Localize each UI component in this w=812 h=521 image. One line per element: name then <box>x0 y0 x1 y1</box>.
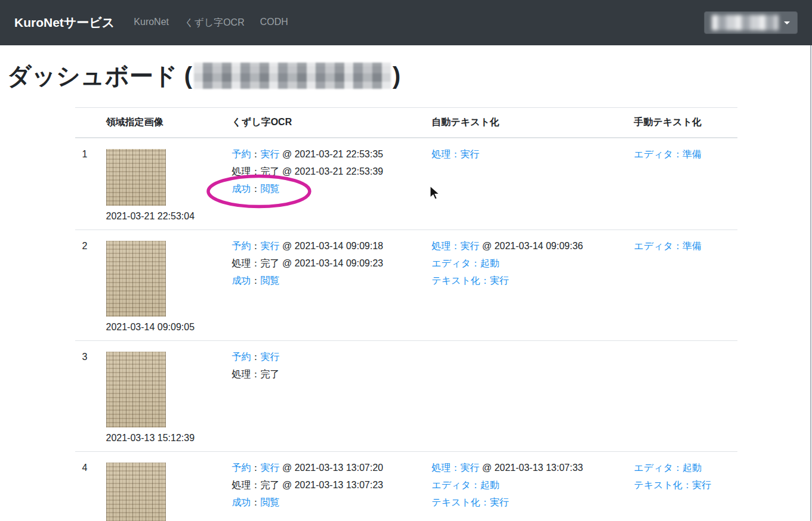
document-thumbnail[interactable] <box>106 463 166 521</box>
table-row: 22021-03-14 09:09:05予約：実行 @ 2021-03-14 0… <box>75 230 737 341</box>
image-timestamp: 2021-03-13 15:12:39 <box>106 432 218 444</box>
status-line: 処理：実行 <box>432 145 620 163</box>
status-text: ： <box>251 275 261 286</box>
ocr-success-link[interactable]: 成功 <box>232 497 251 507</box>
auto-textify-cell: 処理：実行 @ 2021-03-14 09:09:36エディタ：起動テキスト化：… <box>425 230 627 341</box>
region-image-cell: 2021-03-21 22:53:04 <box>99 138 225 230</box>
ocr-view-link[interactable]: 閲覧 <box>261 184 280 194</box>
ocr-success-link[interactable]: 成功 <box>232 275 251 286</box>
editor-launch-link[interactable]: エディタ：起動 <box>634 463 702 473</box>
ocr-view-link[interactable]: 閲覧 <box>261 497 280 507</box>
status-text: ： <box>251 352 261 362</box>
auto-textify-cell: 処理：実行 <box>425 138 627 230</box>
auto-textify-cell <box>425 341 627 452</box>
ocr-reserve-link[interactable]: 予約 <box>232 352 251 362</box>
document-thumbnail[interactable] <box>106 149 166 206</box>
table-row: 32021-03-13 15:12:39予約：実行処理：完了 <box>75 341 737 452</box>
status-line: 処理：完了 @ 2021-03-21 22:53:39 <box>232 163 418 180</box>
editor-prepare-link[interactable]: エディタ：準備 <box>634 241 702 251</box>
status-line: 処理：完了 <box>232 365 418 383</box>
status-line: エディタ：起動 <box>432 255 620 272</box>
status-text: ： <box>251 184 261 194</box>
col-header-auto-textify: 自動テキスト化 <box>425 108 627 138</box>
auto-process-run-link[interactable]: 処理：実行 <box>432 241 480 251</box>
status-text: ： <box>251 463 261 473</box>
status-line: 成功：閲覧 <box>232 272 418 289</box>
status-line: 予約：実行 @ 2021-03-14 09:09:18 <box>232 237 418 255</box>
status-line: テキスト化：実行 <box>634 476 730 494</box>
row-number: 2 <box>75 230 99 341</box>
status-line: 予約：実行 @ 2021-03-13 13:07:20 <box>232 459 418 476</box>
page-title-prefix: ダッシュボード ( <box>7 63 192 89</box>
editor-launch-link[interactable]: エディタ：起動 <box>432 480 500 490</box>
auto-process-run-link[interactable]: 処理：実行 <box>432 149 480 159</box>
region-image-cell <box>99 452 225 521</box>
ocr-success-link[interactable]: 成功 <box>232 184 251 194</box>
document-thumbnail[interactable] <box>106 241 166 317</box>
user-menu-button[interactable] <box>704 11 798 34</box>
status-line: 予約：実行 @ 2021-03-21 22:53:35 <box>232 145 418 163</box>
manual-textify-cell: エディタ：準備 <box>627 230 737 341</box>
table-row: 12021-03-21 22:53:04予約：実行 @ 2021-03-21 2… <box>75 138 737 230</box>
status-line: 処理：完了 @ 2021-03-13 13:07:23 <box>232 476 418 494</box>
status-text: @ 2021-03-14 09:09:36 <box>480 241 583 251</box>
ocr-run-link[interactable]: 実行 <box>261 149 280 159</box>
kuzushiji-ocr-cell: 予約：実行 @ 2021-03-21 22:53:35処理：完了 @ 2021-… <box>225 138 425 230</box>
status-text: ： <box>251 241 261 251</box>
row-number: 1 <box>75 138 99 230</box>
status-line: エディタ：起動 <box>432 476 620 494</box>
status-text: @ 2021-03-14 09:09:18 <box>280 241 384 251</box>
textify-run-link[interactable]: テキスト化：実行 <box>432 275 510 286</box>
documents-table: 領域指定画像 くずし字OCR 自動テキスト化 手動テキスト化 12021-03-… <box>75 107 737 521</box>
manual-textify-cell: エディタ：準備 <box>627 138 737 230</box>
ocr-view-link[interactable]: 閲覧 <box>261 275 280 286</box>
status-line: 処理：完了 @ 2021-03-14 09:09:23 <box>232 255 418 272</box>
status-text: 処理：完了 <box>232 369 280 379</box>
ocr-run-link[interactable]: 実行 <box>261 241 280 251</box>
page-title-suffix: ) <box>393 63 400 89</box>
editor-prepare-link[interactable]: エディタ：準備 <box>634 149 702 159</box>
nav-link-kuzushiji-ocr[interactable]: くずし字OCR <box>184 17 245 29</box>
kuzushiji-ocr-cell: 予約：実行処理：完了 <box>225 341 425 452</box>
col-header-region-image: 領域指定画像 <box>99 108 225 138</box>
ocr-run-link[interactable]: 実行 <box>261 463 280 473</box>
dashboard-table-container: 領域指定画像 くずし字OCR 自動テキスト化 手動テキスト化 12021-03-… <box>75 107 737 521</box>
row-number: 3 <box>75 341 99 452</box>
ocr-reserve-link[interactable]: 予約 <box>232 241 251 251</box>
nav-link-kuronet[interactable]: KuroNet <box>134 17 169 29</box>
navbar-brand[interactable]: KuroNetサービス <box>14 14 115 31</box>
region-image-cell: 2021-03-13 15:12:39 <box>99 341 225 452</box>
status-text: @ 2021-03-21 22:53:35 <box>280 149 384 159</box>
navbar-links: KuroNetくずし字OCRCODH <box>134 17 288 29</box>
navbar: KuroNetサービス KuroNetくずし字OCRCODH <box>0 0 812 45</box>
scrollbar[interactable] <box>810 45 811 521</box>
nav-link-codh[interactable]: CODH <box>260 17 288 29</box>
status-line: エディタ：準備 <box>634 145 730 163</box>
textify-run-link[interactable]: テキスト化：実行 <box>432 497 510 507</box>
ocr-reserve-link[interactable]: 予約 <box>232 463 251 473</box>
table-header-row: 領域指定画像 くずし字OCR 自動テキスト化 手動テキスト化 <box>75 108 737 138</box>
status-line: 成功：閲覧 <box>232 494 418 511</box>
status-text: @ 2021-03-13 13:07:33 <box>480 463 583 473</box>
status-text: ： <box>251 149 261 159</box>
auto-process-run-link[interactable]: 処理：実行 <box>432 463 480 473</box>
document-thumbnail[interactable] <box>106 352 166 427</box>
page-title: ダッシュボード () <box>7 61 812 90</box>
status-text: 処理：完了 @ 2021-03-14 09:09:23 <box>232 258 384 268</box>
status-text: 処理：完了 @ 2021-03-13 13:07:23 <box>232 480 384 490</box>
editor-launch-link[interactable]: エディタ：起動 <box>432 258 500 268</box>
kuzushiji-ocr-cell: 予約：実行 @ 2021-03-13 13:07:20処理：完了 @ 2021-… <box>225 452 425 521</box>
ocr-reserve-link[interactable]: 予約 <box>232 149 251 159</box>
manual-textify-cell <box>627 341 737 452</box>
status-line: 予約：実行 <box>232 348 418 365</box>
textify-run-link[interactable]: テキスト化：実行 <box>634 480 712 490</box>
col-header-manual-textify: 手動テキスト化 <box>627 108 737 138</box>
auto-textify-cell: 処理：実行 @ 2021-03-13 13:07:33エディタ：起動テキスト化：… <box>425 452 627 521</box>
image-timestamp: 2021-03-21 22:53:04 <box>106 210 218 222</box>
status-line: 処理：実行 @ 2021-03-14 09:09:36 <box>432 237 620 255</box>
row-number: 4 <box>75 452 99 521</box>
status-line: エディタ：起動 <box>634 459 730 476</box>
circled-status: 成功：閲覧 <box>232 180 280 197</box>
col-header-index <box>75 108 99 138</box>
ocr-run-link[interactable]: 実行 <box>261 352 280 362</box>
